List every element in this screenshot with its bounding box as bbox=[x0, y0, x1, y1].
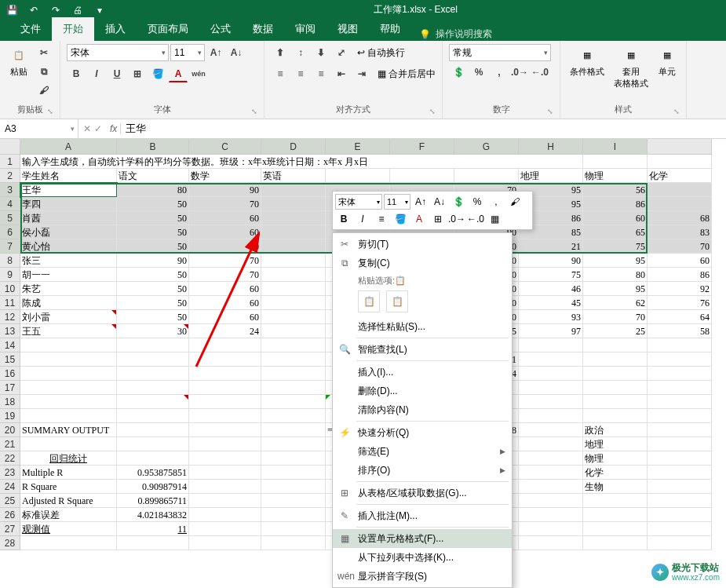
row-header[interactable]: 5 bbox=[0, 211, 20, 225]
tab-formulas[interactable]: 公式 bbox=[199, 17, 242, 41]
ctx-item[interactable]: ✂剪切(T) bbox=[333, 235, 512, 254]
mini-bold-button[interactable]: B bbox=[335, 211, 352, 227]
underline-button[interactable]: U bbox=[108, 65, 126, 82]
cell[interactable]: 50 bbox=[117, 197, 189, 211]
row-header[interactable]: 23 bbox=[0, 466, 20, 480]
cell[interactable] bbox=[648, 367, 712, 381]
cell[interactable] bbox=[648, 451, 712, 466]
cell[interactable] bbox=[519, 466, 583, 480]
phonetic-icon[interactable]: wén bbox=[189, 65, 208, 82]
row-header[interactable]: 21 bbox=[0, 437, 20, 451]
merge-center-button[interactable]: ▦ 合并后居中 bbox=[378, 65, 436, 82]
font-size-select[interactable]: 11 bbox=[170, 44, 205, 61]
mini-dec-dec-icon[interactable]: ←.0 bbox=[467, 211, 484, 227]
cell[interactable] bbox=[519, 381, 583, 395]
cell[interactable] bbox=[454, 169, 519, 183]
cell[interactable] bbox=[648, 381, 712, 395]
ctx-item[interactable]: 筛选(E)▶ bbox=[333, 442, 512, 461]
cell[interactable]: 90 bbox=[519, 254, 583, 268]
cell[interactable]: 王五 bbox=[20, 324, 117, 338]
cell[interactable]: 学生姓名 bbox=[20, 169, 117, 183]
cell[interactable] bbox=[261, 225, 326, 239]
cell[interactable]: 70 bbox=[189, 254, 261, 268]
cell[interactable]: 陈成 bbox=[20, 296, 117, 310]
ctx-item[interactable]: 删除(D)... bbox=[333, 382, 512, 400]
font-name-select[interactable]: 宋体 bbox=[67, 44, 169, 61]
mini-fill-icon[interactable]: 🪣 bbox=[392, 211, 409, 227]
mini-percent-icon[interactable]: % bbox=[469, 194, 486, 210]
cell[interactable]: 30 bbox=[117, 324, 189, 338]
cell[interactable]: 黄心怡 bbox=[20, 239, 117, 254]
tab-view[interactable]: 视图 bbox=[327, 17, 369, 41]
row-header[interactable]: 22 bbox=[0, 451, 20, 466]
tell-me-search[interactable]: 💡 操作说明搜索 bbox=[419, 27, 492, 41]
cell[interactable]: 刘小雷 bbox=[20, 310, 117, 324]
cell[interactable] bbox=[117, 338, 189, 352]
cell[interactable] bbox=[519, 494, 583, 508]
cell[interactable] bbox=[261, 494, 326, 508]
cell[interactable]: 生物 bbox=[583, 480, 648, 494]
cell[interactable] bbox=[390, 169, 454, 183]
ctx-item[interactable]: ⊞从表格/区域获取数据(G)... bbox=[333, 484, 512, 502]
tab-pagelayout[interactable]: 页面布局 bbox=[137, 17, 199, 41]
cell[interactable] bbox=[117, 367, 189, 381]
cell[interactable] bbox=[261, 508, 326, 522]
col-header-F[interactable]: F bbox=[390, 139, 454, 155]
row-header[interactable]: 12 bbox=[0, 310, 20, 324]
col-header-D[interactable]: D bbox=[261, 139, 326, 155]
cell[interactable]: 物理 bbox=[583, 451, 648, 466]
mini-currency-icon[interactable]: 💲 bbox=[450, 194, 467, 210]
cell[interactable]: 75 bbox=[519, 268, 583, 282]
cell[interactable]: 语文 bbox=[117, 169, 189, 183]
cell[interactable] bbox=[189, 480, 261, 494]
ctx-item[interactable]: ▦设置单元格格式(F)... bbox=[333, 529, 512, 548]
cell[interactable]: 输入学生成绩，自动统计学科的平均分等数据。班级：x年x班统计日期：x年x 月x日 bbox=[20, 155, 583, 169]
cell[interactable]: 50 bbox=[117, 268, 189, 282]
cell[interactable]: 86 bbox=[648, 268, 712, 282]
cell[interactable]: 90 bbox=[117, 254, 189, 268]
cell[interactable]: 侯小磊 bbox=[20, 225, 117, 239]
cell[interactable]: 70 bbox=[189, 197, 261, 211]
cell[interactable] bbox=[261, 437, 326, 451]
mini-inc-dec-icon[interactable]: .0→ bbox=[448, 211, 465, 227]
cell[interactable] bbox=[189, 352, 261, 367]
cell[interactable]: Multiple R bbox=[20, 466, 117, 480]
cell[interactable] bbox=[583, 508, 648, 522]
cell[interactable] bbox=[583, 352, 648, 367]
cell[interactable] bbox=[261, 324, 326, 338]
cell[interactable] bbox=[117, 409, 189, 423]
font-color-icon[interactable]: A bbox=[169, 65, 188, 82]
cell[interactable] bbox=[189, 466, 261, 480]
cell[interactable] bbox=[117, 395, 189, 409]
tab-data[interactable]: 数据 bbox=[242, 17, 284, 41]
cell[interactable] bbox=[117, 423, 189, 437]
tab-insert[interactable]: 插入 bbox=[94, 17, 137, 41]
ctx-item[interactable]: wén显示拼音字段(S) bbox=[333, 567, 512, 586]
cell[interactable]: 50 bbox=[117, 239, 189, 254]
cell[interactable] bbox=[20, 352, 117, 367]
cell[interactable] bbox=[583, 155, 648, 169]
mini-font-select[interactable]: 宋体 bbox=[335, 194, 382, 210]
cell[interactable]: 75 bbox=[583, 239, 648, 254]
cell[interactable] bbox=[189, 338, 261, 352]
cell[interactable] bbox=[261, 254, 326, 268]
row-header[interactable]: 8 bbox=[0, 254, 20, 268]
cell[interactable] bbox=[261, 310, 326, 324]
cell[interactable] bbox=[519, 508, 583, 522]
col-header-C[interactable]: C bbox=[189, 139, 261, 155]
cell[interactable]: 70 bbox=[648, 239, 712, 254]
cell[interactable]: 70 bbox=[583, 310, 648, 324]
paste-button[interactable]: 📋 粘贴 bbox=[6, 44, 31, 79]
redo-icon[interactable]: ↷ bbox=[47, 2, 64, 18]
row-header[interactable]: 4 bbox=[0, 197, 20, 211]
cell[interactable] bbox=[20, 437, 117, 451]
currency-icon[interactable]: 💲 bbox=[449, 64, 468, 81]
cell[interactable]: 92 bbox=[648, 282, 712, 296]
fx-icon[interactable]: fx bbox=[107, 123, 121, 134]
cell[interactable] bbox=[648, 395, 712, 409]
cell[interactable]: 95 bbox=[583, 282, 648, 296]
cell[interactable] bbox=[648, 494, 712, 508]
row-header[interactable]: 24 bbox=[0, 480, 20, 494]
cell[interactable]: 50 bbox=[117, 211, 189, 225]
cell[interactable] bbox=[261, 211, 326, 225]
